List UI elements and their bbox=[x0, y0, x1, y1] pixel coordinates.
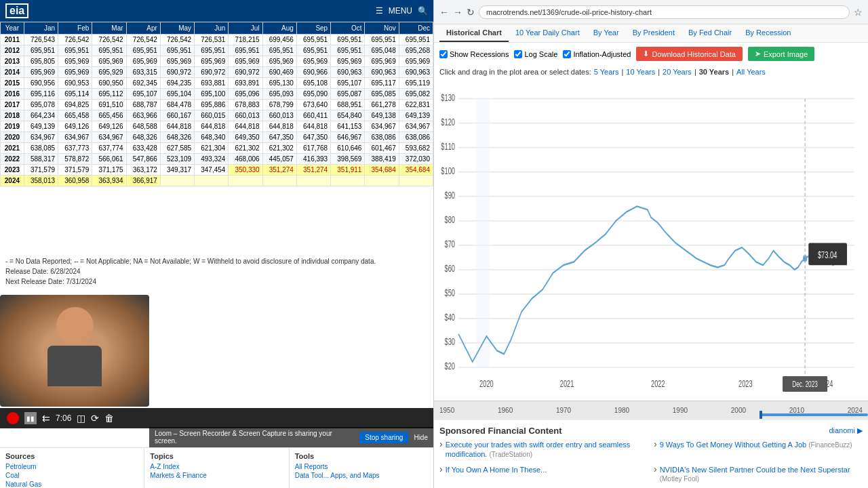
data-cell: 726,542 bbox=[58, 35, 92, 45]
webcam-overlay bbox=[0, 295, 149, 407]
data-cell: 638,086 bbox=[399, 132, 433, 143]
data-cell: 695,116 bbox=[24, 89, 58, 100]
dianomi-logo[interactable]: dianomi ▶ bbox=[829, 426, 863, 435]
data-cell: 673,640 bbox=[296, 100, 330, 110]
topic-markets-finance[interactable]: Markets & Finance bbox=[150, 472, 283, 479]
forward-button[interactable]: → bbox=[453, 7, 462, 18]
inflation-adjusted-label: Inflation-Adjusted bbox=[573, 50, 631, 58]
grid-view-button[interactable]: ◫ bbox=[77, 413, 85, 424]
chart-tabs: Historical Chart10 Year Daily ChartBy Ye… bbox=[434, 24, 868, 43]
data-cell: 695,969 bbox=[92, 56, 126, 67]
export-icon: ➤ bbox=[755, 49, 761, 58]
hide-notification-button[interactable]: Hide bbox=[414, 434, 428, 441]
chart-area[interactable]: $130 $120 $110 $100 $90 $80 $70 $60 $50 … bbox=[434, 79, 868, 401]
chart-tab-historical-chart[interactable]: Historical Chart bbox=[439, 24, 509, 42]
inflation-adjusted-check[interactable]: Inflation-Adjusted bbox=[563, 50, 631, 58]
data-cell: 690,966 bbox=[296, 67, 330, 78]
download-button[interactable]: ⬇ Download Historical Data bbox=[636, 47, 743, 61]
data-cell: 354,684 bbox=[399, 165, 433, 176]
pause-button[interactable]: ▮▮ bbox=[24, 412, 37, 424]
back-button[interactable]: ← bbox=[439, 7, 449, 18]
data-cell bbox=[160, 176, 194, 186]
data-cell: 634,967 bbox=[399, 121, 433, 132]
date-30yr[interactable]: 30 Years bbox=[699, 68, 729, 76]
date-20yr[interactable]: 20 Years bbox=[663, 68, 692, 76]
show-recessions-check[interactable]: Show Recessions bbox=[439, 50, 509, 58]
source-petroleum[interactable]: Petroleum bbox=[5, 463, 138, 470]
table-body: 2011726,543726,542726,542726,542726,5427… bbox=[1, 35, 433, 186]
table-row: 2023371,579371,579371,175363,172349,3173… bbox=[1, 165, 433, 176]
sponsored-text[interactable]: NVIDIA's New Silent Partner Could be the… bbox=[660, 466, 850, 474]
chart-tab-by-recession[interactable]: By Recession bbox=[738, 24, 797, 42]
data-cell: 354,684 bbox=[365, 165, 399, 176]
date-10yr[interactable]: 10 Years bbox=[626, 68, 655, 76]
data-cell: 690,972 bbox=[160, 67, 194, 78]
url-bar[interactable] bbox=[479, 5, 850, 19]
data-cell: 468,006 bbox=[229, 154, 262, 165]
show-recessions-input[interactable] bbox=[439, 50, 448, 58]
svg-text:$20: $20 bbox=[444, 361, 455, 372]
bookmark-button[interactable]: ☆ bbox=[854, 7, 863, 18]
rewind-button[interactable]: ⇇ bbox=[42, 413, 50, 424]
topic-az-index[interactable]: A-Z Index bbox=[150, 463, 283, 470]
col-header-oct: Oct bbox=[331, 22, 365, 35]
data-cell: 695,130 bbox=[262, 78, 296, 89]
sponsored-text[interactable]: 9 Ways To Get Money Without Getting A Jo… bbox=[660, 441, 806, 449]
timeline-slider[interactable]: 1950 1960 1970 1980 1990 2000 2010 2024 bbox=[434, 401, 868, 420]
next-release-date: Next Release Date: 7/31/2024 bbox=[5, 278, 428, 285]
tool-data-tools[interactable]: Data Tool... Apps, and Maps bbox=[295, 472, 428, 479]
footnote-line1: - = No Data Reported; -- = Not Applicabl… bbox=[5, 258, 428, 265]
stop-sharing-button[interactable]: Stop sharing bbox=[359, 432, 408, 443]
data-cell: 633,428 bbox=[126, 143, 160, 154]
search-icon[interactable]: 🔍 bbox=[418, 6, 428, 16]
data-cell: 566,061 bbox=[92, 154, 126, 165]
menu-icon[interactable]: ☰ bbox=[376, 6, 383, 16]
table-row: 2021638,085637,773637,774633,428627,5856… bbox=[1, 143, 433, 154]
source-natural-gas[interactable]: Natural Gas bbox=[5, 481, 138, 488]
data-cell: 523,109 bbox=[160, 154, 194, 165]
data-cell: 695,951 bbox=[24, 45, 58, 56]
data-cell: 601,467 bbox=[365, 143, 399, 154]
refresh-button[interactable]: ↻ bbox=[467, 7, 475, 18]
data-cell: 695,929 bbox=[92, 67, 126, 78]
data-cell: 695,969 bbox=[399, 56, 433, 67]
log-scale-input[interactable] bbox=[514, 50, 522, 58]
data-cell: 360,958 bbox=[58, 176, 92, 186]
data-cell: 695,107 bbox=[126, 89, 160, 100]
inflation-adjusted-input[interactable] bbox=[563, 50, 571, 58]
data-cell bbox=[262, 176, 296, 186]
data-cell: 660,013 bbox=[262, 110, 296, 121]
data-cell: 690,972 bbox=[195, 67, 229, 78]
year-cell: 2017 bbox=[1, 100, 24, 110]
menu-label[interactable]: MENU bbox=[389, 6, 412, 16]
sponsored-section: Sponsored Financial Content dianomi ▶ › … bbox=[434, 420, 868, 488]
date-5yr[interactable]: 5 Years bbox=[594, 68, 619, 76]
data-cell: 690,469 bbox=[262, 67, 296, 78]
date-all-years[interactable]: All Years bbox=[736, 68, 766, 76]
chart-tab-by-fed-chair[interactable]: By Fed Chair bbox=[682, 24, 738, 42]
data-cell: 366,917 bbox=[126, 176, 160, 186]
col-header-apr: Apr bbox=[126, 22, 160, 35]
log-scale-check[interactable]: Log Scale bbox=[514, 50, 557, 58]
chart-tab-by-president[interactable]: By President bbox=[626, 24, 682, 42]
svg-text:$130: $130 bbox=[441, 92, 455, 104]
tool-all-reports[interactable]: All Reports bbox=[295, 463, 428, 470]
year-cell: 2015 bbox=[1, 78, 24, 89]
col-header-dec: Dec bbox=[399, 22, 433, 35]
export-button[interactable]: ➤ Export Image bbox=[748, 47, 814, 61]
col-header-may: May bbox=[160, 22, 194, 35]
delete-button[interactable]: 🗑 bbox=[104, 413, 114, 424]
price-chart[interactable]: $130 $120 $110 $100 $90 $80 $70 $60 $50 … bbox=[434, 79, 868, 401]
chart-tab-by-year[interactable]: By Year bbox=[587, 24, 626, 42]
data-cell: 726,542 bbox=[92, 35, 126, 45]
sponsored-text[interactable]: If You Own A Home In These... bbox=[446, 466, 547, 474]
record-stop-button[interactable] bbox=[7, 412, 19, 424]
data-cell: 621,304 bbox=[195, 143, 229, 154]
timeline-left-handle[interactable] bbox=[760, 411, 762, 419]
data-cell: 695,117 bbox=[365, 78, 399, 89]
timeline-1960: 1960 bbox=[498, 407, 513, 414]
source-coal[interactable]: Coal bbox=[5, 472, 138, 479]
chart-tab-10-year-daily-chart[interactable]: 10 Year Daily Chart bbox=[509, 24, 587, 42]
sponsored-text[interactable]: Execute your trades with swift order ent… bbox=[446, 441, 631, 458]
refresh-button[interactable]: ⟳ bbox=[91, 413, 99, 424]
